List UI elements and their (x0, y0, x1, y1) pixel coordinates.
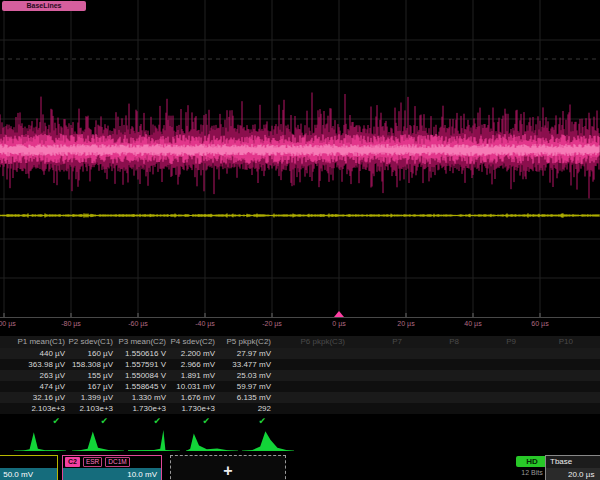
status-empty (405, 414, 462, 428)
time-axis-label: 0 µs (332, 320, 345, 327)
c2-volts-per-div: 10.0 mV (63, 468, 161, 480)
time-axis-label: 40 µs (464, 320, 481, 327)
cell-p9-max (462, 381, 519, 392)
param-header-p3[interactable]: P3 mean(C2) (116, 336, 169, 348)
cell-p5-max: 59.97 mV (218, 381, 274, 392)
cell-p8-value (405, 348, 462, 359)
status-empty (274, 414, 348, 428)
timebase-scale: 20.0 µs (546, 468, 600, 480)
status-ok-checkmark-p2: ✔ (68, 414, 116, 428)
cell-p11-num (576, 403, 600, 414)
cell-p11-sdev (576, 392, 600, 403)
cell-p5-sdev: 6.135 mV (218, 392, 274, 403)
cell-p1-min: 263 µV (0, 370, 68, 381)
cell-p11-value (576, 348, 600, 359)
cell-p8-min (405, 370, 462, 381)
add-trace-button[interactable]: + (170, 455, 286, 480)
trigger-marker (334, 311, 344, 317)
param-header-p1[interactable]: P1 mean(C1) (0, 336, 68, 348)
histicon-p1[interactable] (14, 428, 66, 452)
timebase-descriptor[interactable]: Tbase 20.0 µs (545, 455, 600, 480)
cell-p3-mean: 1.557591 V (116, 359, 169, 370)
plus-icon: + (223, 462, 232, 479)
cell-p4-num: 1.730e+3 (169, 403, 218, 414)
stat-row-num: 2.103e+32.103e+31.730e+31.730e+3292 (0, 403, 600, 414)
cell-p6-mean (274, 359, 348, 370)
stat-row-value: 440 µV160 µV1.550616 V2.200 mV27.97 mV (0, 348, 600, 359)
cell-p8-max (405, 381, 462, 392)
param-header-p7[interactable]: P7 (348, 336, 405, 348)
status-empty (576, 414, 600, 428)
cell-p1-value: 440 µV (0, 348, 68, 359)
cell-p9-num (462, 403, 519, 414)
param-header-p2[interactable]: P2 sdev(C1) (68, 336, 116, 348)
histicon-p4[interactable] (186, 428, 238, 452)
status-row: ✔✔✔✔✔ (0, 414, 600, 428)
cell-p1-num: 2.103e+3 (0, 403, 68, 414)
cell-p2-value: 160 µV (68, 348, 116, 359)
cell-p3-max: 1.558645 V (116, 381, 169, 392)
oscilloscope-screen: BaseLines -100 µs-80 µs-60 µs-40 µs-20 µ… (0, 0, 600, 480)
channel-descriptor-c2[interactable]: C2 ESR DC1M 10.0 mV (62, 455, 162, 480)
cell-p6-value (274, 348, 348, 359)
stat-row-sdev: 32.16 µV1.399 µV1.330 mV1.676 mV6.135 mV (0, 392, 600, 403)
time-axis-label: -60 µs (128, 320, 148, 327)
c2-coupling-badge: DC1M (105, 457, 129, 467)
param-header-p8[interactable]: P8 (405, 336, 462, 348)
status-ok-checkmark-p4: ✔ (169, 414, 218, 428)
param-header-p9[interactable]: P9 (462, 336, 519, 348)
c2-label: C2 (65, 457, 80, 467)
param-header-p10[interactable]: P10 (519, 336, 576, 348)
cell-p8-num (405, 403, 462, 414)
param-header-p6[interactable]: P6 pkpk(C3) (274, 336, 348, 348)
cell-p10-mean (519, 359, 576, 370)
cell-p7-min (348, 370, 405, 381)
param-header-p5[interactable]: P5 pkpk(C2) (218, 336, 274, 348)
status-ok-checkmark-p1: ✔ (0, 414, 68, 428)
cell-p11-min (576, 370, 600, 381)
cell-p5-mean: 33.477 mV (218, 359, 274, 370)
histicon-strip[interactable] (0, 428, 600, 452)
param-header-p4[interactable]: P4 sdev(C2) (169, 336, 218, 348)
histicon-p3[interactable] (128, 428, 180, 452)
cell-p5-min: 25.03 mV (218, 370, 274, 381)
cell-p11-max (576, 381, 600, 392)
cell-p11-mean (576, 359, 600, 370)
cell-p9-value (462, 348, 519, 359)
cell-p2-max: 167 µV (68, 381, 116, 392)
cell-p9-min (462, 370, 519, 381)
time-axis-label: -20 µs (262, 320, 282, 327)
hd-mode-badge[interactable]: HD (516, 456, 548, 467)
cell-p3-value: 1.550616 V (116, 348, 169, 359)
histicon-p2[interactable] (72, 428, 124, 452)
time-axis-label: -100 µs (0, 320, 16, 327)
param-header-p11[interactable]: P11 (576, 336, 600, 348)
cell-p2-num: 2.103e+3 (68, 403, 116, 414)
waveform-plot (0, 0, 600, 318)
stat-row-min: 263 µV155 µV1.550084 V1.891 mV25.03 mV (0, 370, 600, 381)
time-axis-label: -80 µs (61, 320, 81, 327)
cell-p8-sdev (405, 392, 462, 403)
cell-p9-mean (462, 359, 519, 370)
waveform-display[interactable]: BaseLines (0, 0, 600, 318)
cell-p3-min: 1.550084 V (116, 370, 169, 381)
histicon-p5[interactable] (242, 428, 294, 452)
cell-p4-sdev: 1.676 mV (169, 392, 218, 403)
cell-p7-sdev (348, 392, 405, 403)
cell-p2-sdev: 1.399 µV (68, 392, 116, 403)
c2-esr-badge: ESR (83, 457, 102, 467)
status-ok-checkmark-p3: ✔ (116, 414, 169, 428)
cell-p1-mean: 363.98 µV (0, 359, 68, 370)
trace-annotation-badge[interactable]: BaseLines (2, 1, 86, 11)
cell-p2-mean: 158.308 µV (68, 359, 116, 370)
cell-p4-max: 10.031 mV (169, 381, 218, 392)
cell-p9-sdev (462, 392, 519, 403)
cell-p4-mean: 2.966 mV (169, 359, 218, 370)
cell-p10-sdev (519, 392, 576, 403)
cell-p4-value: 2.200 mV (169, 348, 218, 359)
channel-descriptor-c1[interactable]: C1 DC1M 50.0 mV (0, 455, 58, 480)
measurement-table[interactable]: P1 mean(C1)P2 sdev(C1)P3 mean(C2)P4 sdev… (0, 336, 600, 428)
cell-p7-num (348, 403, 405, 414)
time-axis-label: 60 µs (531, 320, 548, 327)
status-empty (462, 414, 519, 428)
